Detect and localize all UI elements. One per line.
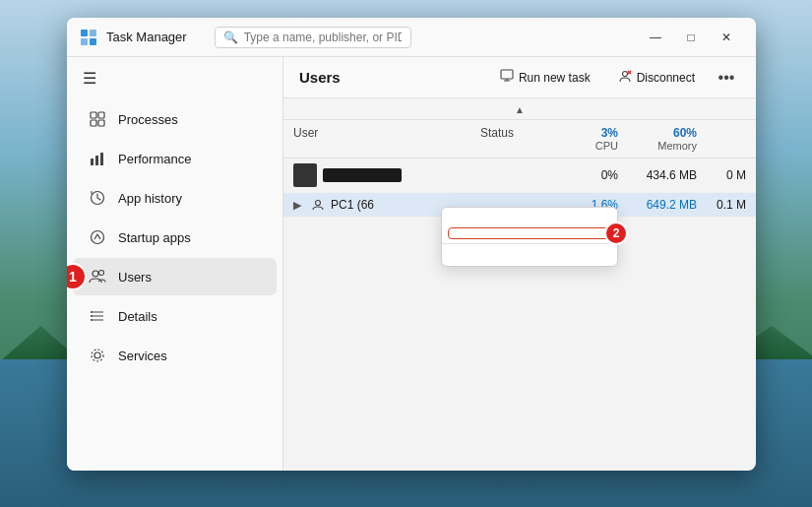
main-layout: ☰ Processes (67, 57, 756, 471)
app-history-icon (89, 189, 106, 207)
svg-point-14 (99, 271, 104, 276)
disconnect-header-button[interactable]: Disconnect (608, 65, 705, 90)
close-button[interactable]: ✕ (709, 22, 744, 53)
maximize-button[interactable]: □ (673, 22, 709, 53)
sidebar-item-users[interactable]: Users 1 (73, 258, 277, 295)
run-new-task-label: Run new task (519, 71, 591, 85)
col-header-extra (707, 120, 756, 158)
cell-extra-2: 0.1 M (707, 193, 756, 217)
sidebar-item-services[interactable]: Services (73, 337, 277, 374)
svg-rect-23 (501, 70, 513, 79)
run-task-icon (500, 69, 514, 86)
run-new-task-button[interactable]: Run new task (490, 65, 600, 90)
svg-point-13 (93, 271, 98, 277)
processes-icon (89, 110, 106, 128)
context-menu-divider (442, 243, 617, 244)
col-header-cpu: 3% CPU (569, 120, 628, 158)
users-label: Users (118, 270, 152, 285)
details-label: Details (118, 309, 157, 324)
services-label: Services (118, 349, 167, 363)
content-title: Users (299, 69, 341, 86)
column-headers: User Status 3% CPU 60% Memory (283, 120, 756, 158)
svg-point-18 (91, 311, 93, 313)
svg-rect-2 (81, 38, 88, 45)
window-controls: — □ ✕ (638, 22, 744, 53)
svg-rect-6 (91, 120, 96, 126)
search-input[interactable] (244, 31, 402, 44)
context-menu-expand[interactable] (442, 212, 617, 225)
app-icon (79, 28, 98, 47)
details-icon (89, 307, 106, 325)
memory-label: Memory (657, 140, 697, 152)
cpu-label: CPU (595, 140, 618, 152)
col-header-status: Status (470, 120, 569, 158)
cell-memory-1: 434.6 MB (628, 163, 707, 187)
svg-rect-4 (91, 112, 96, 118)
app-history-label: App history (118, 191, 182, 206)
table-row[interactable]: 0% 434.6 MB 0 M (283, 158, 756, 193)
svg-rect-3 (90, 38, 96, 45)
sort-arrow-icon: ▲ (515, 104, 525, 115)
startup-icon (89, 228, 106, 246)
svg-point-21 (94, 352, 100, 358)
performance-label: Performance (118, 152, 191, 166)
processes-label: Processes (118, 112, 178, 127)
svg-point-19 (91, 315, 93, 317)
cpu-percent: 3% (601, 126, 618, 140)
users-table-container: ▲ User Status 3% CPU 60% Memory (283, 98, 756, 471)
svg-point-29 (316, 201, 321, 206)
cell-user-1 (283, 158, 470, 192)
svg-point-26 (622, 72, 627, 77)
cell-status-1 (470, 170, 569, 180)
svg-rect-0 (81, 30, 88, 36)
disconnect-icon (618, 69, 632, 86)
annotation-badge-1: 1 (67, 263, 87, 290)
svg-rect-5 (98, 112, 104, 118)
svg-point-20 (91, 319, 93, 321)
users-icon (89, 268, 106, 285)
sidebar-item-details[interactable]: Details (73, 297, 277, 335)
cell-extra-1: 0 M (707, 163, 756, 187)
disconnect-header-label: Disconnect (637, 71, 695, 85)
svg-rect-8 (91, 158, 94, 165)
sidebar-item-app-history[interactable]: App history (73, 179, 277, 217)
user-avatar-1 (293, 163, 317, 187)
content-header: Users Run new task (283, 57, 756, 98)
sidebar-item-startup-apps[interactable]: Startup apps (73, 219, 277, 256)
task-manager-window: Task Manager 🔍 — □ ✕ ☰ (67, 18, 756, 471)
memory-percent: 60% (673, 126, 697, 140)
header-actions: Run new task Disconnect (490, 64, 740, 92)
svg-point-22 (92, 349, 103, 361)
context-menu-disconnect[interactable]: 2 (448, 227, 611, 239)
user-name-redacted-1 (323, 168, 402, 182)
user-icon (311, 198, 325, 212)
titlebar: Task Manager 🔍 — □ ✕ (67, 18, 756, 57)
search-box[interactable]: 🔍 (215, 27, 411, 48)
user-name-2: PC1 (66 (331, 198, 374, 212)
col-header-user: User (283, 120, 470, 158)
content-area: Users Run new task (283, 57, 756, 471)
services-icon (89, 347, 106, 364)
svg-rect-10 (100, 153, 103, 165)
col-header-memory: 60% Memory (628, 120, 707, 158)
annotation-badge-2: 2 (604, 222, 628, 245)
more-options-button[interactable]: ••• (713, 64, 740, 92)
performance-icon (89, 150, 106, 167)
cell-cpu-1: 0% (569, 163, 628, 187)
window-title: Task Manager (106, 30, 187, 44)
sidebar-item-processes[interactable]: Processes (73, 100, 277, 138)
svg-point-12 (92, 231, 104, 244)
svg-rect-9 (95, 156, 98, 165)
sidebar-item-performance[interactable]: Performance (73, 140, 277, 177)
hamburger-menu[interactable]: ☰ (67, 57, 282, 99)
cell-memory-2: 649.2 MB (628, 193, 707, 217)
svg-rect-1 (90, 30, 96, 36)
startup-apps-label: Startup apps (118, 230, 191, 245)
expand-arrow-icon: ▶ (293, 199, 301, 212)
svg-rect-7 (98, 120, 104, 126)
context-menu: 2 (441, 207, 618, 267)
minimize-button[interactable]: — (638, 22, 673, 53)
context-menu-manage-accounts[interactable] (442, 248, 617, 262)
search-icon: 🔍 (223, 31, 238, 44)
sidebar: ☰ Processes (67, 57, 283, 471)
